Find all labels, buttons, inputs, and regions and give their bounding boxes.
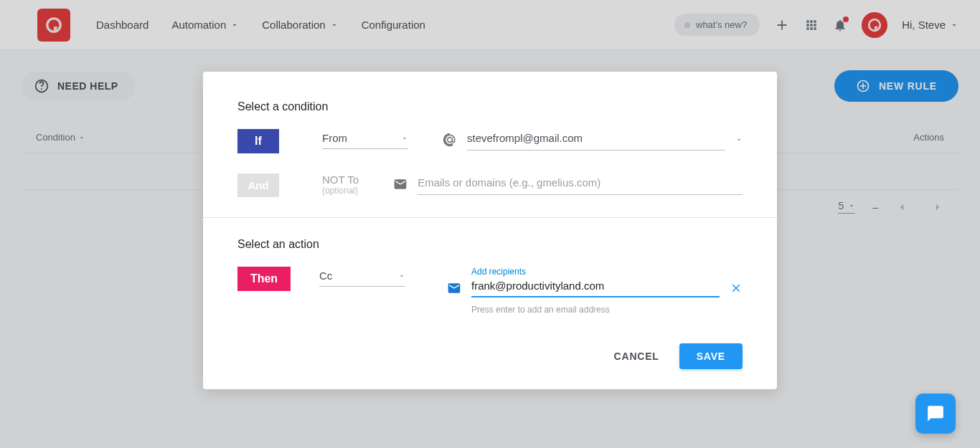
from-select[interactable]: From (322, 129, 408, 149)
recipients-helper: Press enter to add an email address (471, 305, 743, 315)
modal-overlay: Select a condition If From And NOT To (o… (0, 0, 980, 448)
clear-icon[interactable] (730, 282, 743, 295)
rule-modal: Select a condition If From And NOT To (o… (203, 72, 777, 389)
and-tag: And (237, 173, 279, 197)
chat-icon (926, 404, 945, 423)
chevron-down-icon (398, 272, 405, 280)
cancel-button[interactable]: CANCEL (614, 351, 659, 362)
recipients-input[interactable] (471, 278, 720, 297)
save-button[interactable]: SAVE (679, 343, 743, 369)
not-to-label: NOT To (optional) (322, 173, 359, 196)
chat-button[interactable] (915, 394, 956, 434)
if-condition-row: If From (237, 129, 743, 153)
mail-icon (447, 281, 461, 295)
action-section-title: Select an action (237, 238, 743, 251)
recipients-label: Add recipients (471, 267, 743, 277)
then-action-row: Then Cc Add recipients Press enter to ad… (237, 267, 743, 315)
if-tag: If (237, 129, 279, 153)
chevron-down-icon[interactable] (735, 136, 743, 143)
not-to-input[interactable] (418, 173, 743, 195)
cc-select[interactable]: Cc (319, 267, 405, 287)
from-email-input[interactable] (467, 129, 725, 151)
chevron-down-icon (401, 135, 408, 142)
divider (203, 217, 777, 218)
mail-icon (393, 177, 407, 191)
and-condition-row: And NOT To (optional) (237, 173, 743, 197)
modal-footer: CANCEL SAVE (237, 343, 743, 369)
then-tag: Then (237, 267, 291, 291)
at-icon (443, 133, 457, 147)
condition-section-title: Select a condition (237, 100, 743, 113)
